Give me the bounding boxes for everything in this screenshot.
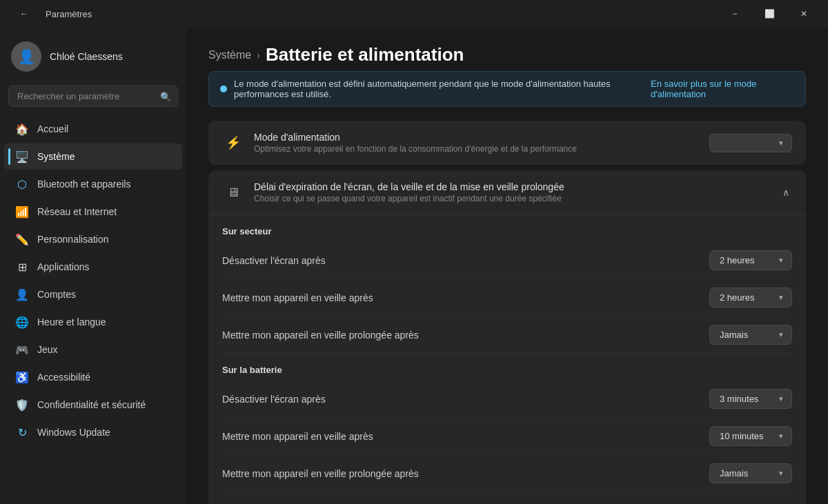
accounts-icon: 👤 [15, 288, 29, 301]
batterie-option-0-label: Désactiver l'écran après [222, 394, 326, 405]
info-dot-icon [220, 85, 227, 92]
time-icon: 🌐 [15, 315, 29, 329]
secteur-option-0-label: Désactiver l'écran après [222, 255, 326, 266]
power-mode-control: ▾ [709, 134, 792, 152]
maximize-button[interactable]: ⬜ [753, 3, 785, 25]
sidebar-item-systeme[interactable]: 🖥️ Système [4, 143, 182, 170]
sidebar: 👤 Chloé Claessens 🔍 🏠 Accueil 🖥️ Système… [0, 28, 186, 504]
batterie-option-0-value: 3 minutes [720, 394, 758, 404]
sidebar-item-label: Jeux [37, 344, 58, 355]
power-mode-card: ⚡ Mode d'alimentation Optimisez votre ap… [208, 121, 806, 165]
sidebar-item-personnalisation[interactable]: ✏️ Personnalisation [4, 226, 182, 252]
sidebar-item-label: Windows Update [37, 427, 110, 438]
privacy-icon: 🛡️ [15, 398, 29, 412]
batterie-option-0-dropdown[interactable]: 3 minutes ▾ [709, 389, 792, 409]
delay-text: Délai d'expiration de l'écran, de la vei… [254, 181, 780, 203]
sidebar-item-accueil[interactable]: 🏠 Accueil [4, 116, 182, 142]
batterie-option-2-dropdown[interactable]: Jamais ▾ [709, 463, 792, 483]
sidebar-item-applications[interactable]: ⊞ Applications [4, 254, 182, 280]
delay-card: 🖥 Délai d'expiration de l'écran, de la v… [208, 170, 806, 504]
secteur-option-2-label: Mettre mon appareil en veille prolongée … [222, 330, 419, 341]
sidebar-item-label: Confidentialité et sécurité [37, 399, 146, 410]
batterie-option-2-label: Mettre mon appareil en veille prolongée … [222, 468, 419, 479]
titlebar-controls: − ⬜ ✕ [719, 3, 820, 25]
delay-header: 🖥 Délai d'expiration de l'écran, de la v… [208, 170, 806, 215]
secteur-option-2-dropdown[interactable]: Jamais ▾ [709, 325, 792, 345]
batterie-option-1-value: 10 minutes [720, 431, 764, 441]
secteur-option-1-label: Mettre mon appareil en veille après [222, 292, 373, 303]
search-container: 🔍 [8, 85, 178, 107]
delay-body: Sur secteur Désactiver l'écran après 2 h… [208, 215, 806, 504]
personalization-icon: ✏️ [15, 232, 29, 246]
expand-chevron-icon[interactable]: ∧ [780, 184, 792, 201]
user-name: Chloé Claessens [50, 51, 123, 62]
sidebar-item-label: Bluetooth et appareils [37, 179, 130, 190]
sidebar-item-label: Réseau et Internet [37, 206, 117, 217]
power-mode-text: Mode d'alimentation Optimisez votre appa… [254, 132, 709, 154]
sidebar-item-label: Accessibilité [37, 372, 90, 383]
batterie-option-1-dropdown[interactable]: 10 minutes ▾ [709, 426, 792, 446]
sidebar-item-heure[interactable]: 🌐 Heure et langue [4, 309, 182, 335]
avatar: 👤 [11, 41, 41, 72]
network-icon: 📶 [15, 205, 29, 219]
sidebar-item-reseau[interactable]: 📶 Réseau et Internet [4, 199, 182, 225]
gaming-icon: 🎮 [15, 343, 29, 356]
info-banner-link[interactable]: En savoir plus sur le mode d'alimentatio… [651, 79, 794, 99]
chevron-down-icon: ▾ [779, 394, 783, 403]
batterie-option-2-value: Jamais [720, 468, 748, 478]
user-profile: 👤 Chloé Claessens [0, 33, 186, 83]
sidebar-item-bluetooth[interactable]: ⬡ Bluetooth et appareils [4, 171, 182, 197]
system-icon: 🖥️ [15, 150, 29, 163]
power-mode-title: Mode d'alimentation [254, 132, 709, 143]
sidebar-item-label: Comptes [37, 289, 76, 300]
batterie-option-1-label: Mettre mon appareil en veille après [222, 431, 373, 442]
batterie-label: Sur la batterie [222, 354, 792, 381]
bluetooth-icon: ⬡ [15, 177, 29, 191]
sidebar-item-accessibilite[interactable]: ♿ Accessibilité [4, 364, 182, 390]
sidebar-item-label: Heure et langue [37, 316, 106, 327]
info-banner-left: Le mode d'alimentation est défini automa… [220, 79, 651, 99]
search-input[interactable] [8, 85, 178, 107]
sidebar-item-windows-update[interactable]: ↻ Windows Update [4, 419, 182, 445]
power-mode-desc: Optimisez votre appareil en fonction de … [254, 144, 709, 154]
home-icon: 🏠 [15, 122, 29, 136]
sidebar-item-confidentialite[interactable]: 🛡️ Confidentialité et sécurité [4, 392, 182, 418]
power-mode-row: ⚡ Mode d'alimentation Optimisez votre ap… [208, 121, 806, 165]
app-body: 👤 Chloé Claessens 🔍 🏠 Accueil 🖥️ Système… [0, 28, 828, 504]
accessibility-icon: ♿ [15, 370, 29, 384]
chevron-down-icon: ▾ [779, 293, 783, 302]
delay-icon: 🖥 [222, 181, 244, 203]
delay-title: Délai d'expiration de l'écran, de la vei… [254, 181, 780, 192]
power-mode-icon: ⚡ [222, 132, 244, 154]
secteur-option-1: Mettre mon appareil en veille après 2 he… [222, 279, 792, 316]
update-icon: ↻ [15, 425, 29, 439]
breadcrumb: Système › Batterie et alimentation [208, 44, 806, 65]
apps-icon: ⊞ [15, 260, 29, 274]
sidebar-item-label: Personnalisation [37, 234, 109, 245]
sidebar-item-jeux[interactable]: 🎮 Jeux [4, 336, 182, 363]
secteur-label: Sur secteur [222, 215, 792, 242]
close-button[interactable]: ✕ [788, 3, 820, 25]
titlebar-title: Paramètres [46, 9, 92, 19]
secteur-option-2: Mettre mon appareil en veille prolongée … [222, 316, 792, 354]
secteur-option-0-dropdown[interactable]: 2 heures ▾ [709, 250, 792, 270]
search-icon: 🔍 [160, 91, 171, 101]
main-content: Système › Batterie et alimentation Le mo… [186, 28, 828, 504]
sidebar-item-label: Système [37, 151, 75, 162]
related-links: Liens connexes Choix des paramètres de v… [222, 492, 792, 504]
batterie-option-1: Mettre mon appareil en veille après 10 m… [222, 418, 792, 455]
secteur-option-1-dropdown[interactable]: 2 heures ▾ [709, 288, 792, 308]
sidebar-item-label: Accueil [37, 123, 68, 134]
secteur-option-0-value: 2 heures [720, 255, 755, 265]
back-button[interactable]: ← [8, 3, 40, 25]
chevron-down-icon: ▾ [779, 469, 783, 478]
delay-desc: Choisir ce qui se passe quand votre appa… [254, 194, 780, 203]
chevron-down-icon: ▾ [779, 139, 783, 148]
info-banner-message: Le mode d'alimentation est défini automa… [234, 79, 651, 99]
chevron-down-icon: ▾ [779, 330, 783, 339]
breadcrumb-separator: › [257, 50, 260, 61]
info-banner: Le mode d'alimentation est défini automa… [208, 71, 806, 107]
minimize-button[interactable]: − [719, 3, 751, 25]
sidebar-item-comptes[interactable]: 👤 Comptes [4, 281, 182, 308]
power-mode-dropdown[interactable]: ▾ [709, 134, 792, 152]
